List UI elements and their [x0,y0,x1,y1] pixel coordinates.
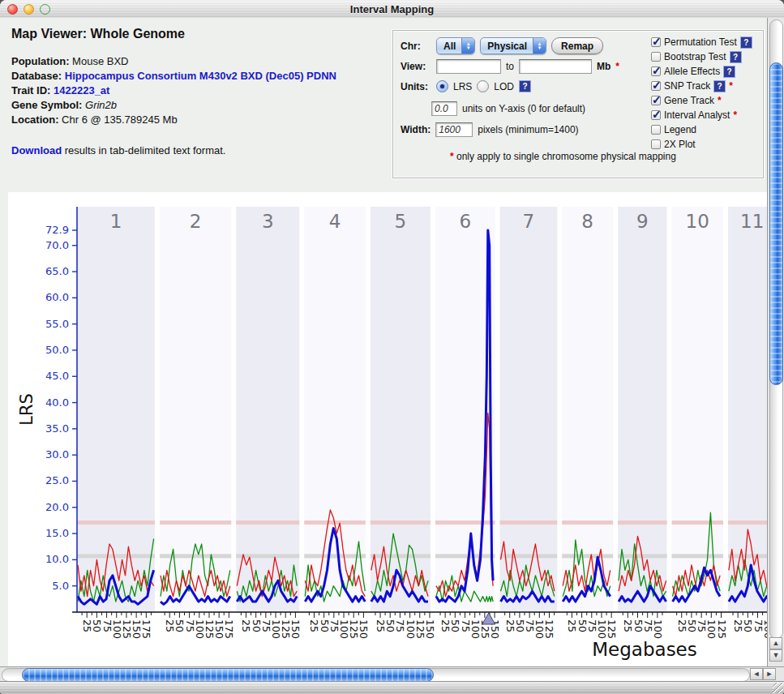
units-radio-lod[interactable] [477,80,489,92]
page-title: Map Viewer: Whole Genome [11,27,384,41]
header-fields: Population: Mouse BXDDatabase: Hippocamp… [11,54,384,127]
chromosome-band [371,207,431,612]
scroll-right-arrow-icon[interactable]: ► [763,668,776,680]
close-button-icon[interactable] [7,4,18,15]
help-icon[interactable]: ? [740,36,752,49]
checked-checkbox-icon[interactable] [651,81,661,91]
scroll-left-arrow-icon[interactable]: ◄ [750,668,763,680]
suggestive-threshold-band [562,554,613,558]
mapping-select[interactable]: Physical ▲▼ [480,37,546,54]
download-rest: results in tab-delimited text format. [62,144,225,156]
header-block: Map Viewer: Whole Genome Population: Mou… [11,27,384,156]
checked-checkbox-icon[interactable] [651,66,661,76]
y-axis-tick-label: 30.0 [45,448,69,461]
y-axis-tick-label: 55.0 [45,318,69,330]
chromosome-band [160,207,231,612]
significant-threshold-band [562,520,613,525]
horizontal-scrollbar[interactable]: ◄ ► [0,666,784,681]
checkbox-gene-track[interactable]: Gene Track* [651,93,752,108]
checkbox-bootstrap-test[interactable]: Bootstrap Test? [651,49,752,64]
y-axis-tick-label: 72.9 [45,224,69,236]
header-field-value-link[interactable]: 1422223_at [54,84,109,96]
checkbox-interval-analyst[interactable]: Interval Analyst* [651,108,752,122]
zoom-button-icon[interactable] [40,4,50,15]
y-axis-tick-label: 50.0 [45,344,69,356]
chevron-up-down-icon: ▲▼ [461,38,474,54]
checkbox-snp-track[interactable]: SNP Track?* [651,79,752,93]
chart-box: 1255075100125150175225507510012515017532… [8,192,767,666]
x-axis-tick-label: 150 [424,619,436,639]
chr-select-value: All [437,38,461,54]
chr-select[interactable]: All ▲▼ [436,37,475,54]
scroll-down-arrow-icon[interactable]: ▼ [769,649,782,662]
unchecked-checkbox-icon[interactable] [651,52,661,62]
suggestive-threshold-band [160,554,231,558]
checkbox-legend[interactable]: Legend [651,122,752,137]
suggestive-threshold-band [77,554,155,558]
help-icon[interactable]: ? [723,66,735,78]
header-field-value-link[interactable]: Hippocampus Consortium M430v2 BXD (Dec05… [65,70,336,82]
resize-grip[interactable] [773,683,783,693]
view-to-input[interactable] [519,59,592,74]
horizontal-scrollbar-track[interactable] [2,668,750,682]
vertical-scrollbar-track[interactable] [769,19,783,639]
y-axis-tick-label: 35.0 [45,422,69,435]
trait-location-marker-icon [482,613,495,624]
unchecked-checkbox-icon[interactable] [651,125,661,135]
yaxis-units-input[interactable] [431,101,457,116]
vertical-scrollbar-thumb[interactable] [769,62,783,385]
help-icon[interactable]: ? [519,80,531,92]
units-radio-lrs[interactable] [436,80,448,92]
chromosome-number: 3 [262,211,274,232]
checkbox-allele-effects[interactable]: Allele Effects? [651,64,752,79]
width-input[interactable] [435,122,473,137]
checkbox-permutation-test[interactable]: Permutation Test? [651,35,752,49]
checkbox-2x-plot[interactable]: 2X Plot [651,137,752,152]
panel-footnote: * only apply to single chromosome physic… [450,151,676,162]
header-field-value: Chr 6 @ 135.789245 Mb [62,114,178,126]
single-chr-star: * [733,109,737,121]
unchecked-checkbox-icon[interactable] [651,139,661,149]
y-axis-tick-label: 70.0 [45,239,69,251]
app-window: Interval Mapping Map Viewer: Whole Genom… [0,0,784,694]
x-axis-tick-label: 175 [140,619,152,639]
genome-chart: 1255075100125150175225507510012515017532… [8,192,767,666]
units-radio-lrs-label: LRS [453,81,472,92]
significant-threshold-band [77,520,155,525]
suggestive-threshold-band [371,554,431,558]
view-label: View: [401,61,431,72]
x-axis-title: Megabases [592,639,697,660]
width-label: Width: [401,124,431,135]
scroll-up-arrow-icon[interactable]: ▲ [769,637,782,649]
view-from-input[interactable] [436,59,501,74]
help-icon[interactable]: ? [730,51,742,63]
checkbox-label: Allele Effects [664,66,720,77]
chromosome-band [618,207,666,612]
checked-checkbox-icon[interactable] [651,37,661,47]
y-axis-tick-label: 25.0 [45,474,69,486]
controls-panel: Chr: All ▲▼ Physical ▲▼ Remap View: to M… [392,30,764,178]
width-hint: pixels (minimum=1400) [478,124,578,135]
vertical-scrollbar[interactable]: ▲ ▼ [767,18,784,666]
header-field-label: Gene Symbol: [11,99,85,111]
x-axis-tick-label: 125 [606,619,618,639]
horizontal-scrollbar-thumb[interactable] [22,668,434,682]
minimize-button-icon[interactable] [24,4,34,15]
y-axis-tick-label: 5.0 [52,580,69,592]
suggestive-threshold-band [236,554,299,558]
checked-checkbox-icon[interactable] [651,110,661,120]
checkbox-label: SNP Track [664,80,710,92]
single-chr-star: * [718,95,722,106]
checkbox-label: Bootstrap Test [664,51,726,62]
suggestive-threshold-band [672,554,723,558]
download-link[interactable]: Download [11,144,62,156]
significant-threshold-band [500,520,558,525]
checked-checkbox-icon[interactable] [651,96,661,105]
chromosome-number: 10 [686,211,709,232]
title-bar[interactable]: Interval Mapping [0,0,784,19]
remap-button[interactable]: Remap [551,37,603,54]
option-checkboxes: Permutation Test?Bootstrap Test?Allele E… [651,35,752,152]
help-icon[interactable]: ? [713,80,726,92]
chromosome-number: 5 [395,211,407,232]
footnote-star: * [450,151,454,162]
